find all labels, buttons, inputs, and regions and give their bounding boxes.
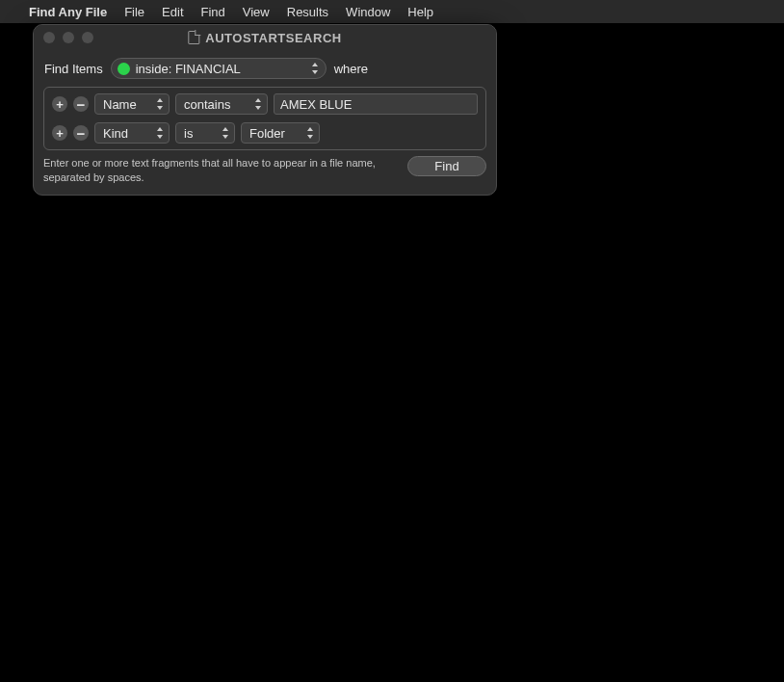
- menubar-app-name[interactable]: Find Any File: [29, 5, 107, 19]
- criteria-row: + − Kind is Folder: [52, 122, 478, 144]
- hint-text: Enter one or more text fragments that al…: [43, 156, 396, 185]
- menubar-item-file[interactable]: File: [124, 5, 144, 19]
- attribute-select-value: Kind: [103, 126, 155, 141]
- operator-select-value: contains: [184, 97, 253, 112]
- remove-criterion-button[interactable]: −: [73, 96, 89, 112]
- menubar-item-edit[interactable]: Edit: [162, 5, 183, 19]
- app-window: AUTOSTARTSEARCH Find Items inside: FINAN…: [33, 24, 497, 196]
- find-items-row: Find Items inside: FINANCIAL where: [43, 58, 486, 79]
- menubar: Find Any File File Edit Find View Result…: [0, 0, 784, 23]
- operator-select[interactable]: contains: [175, 93, 268, 115]
- where-label: where: [334, 62, 368, 76]
- remove-criterion-button[interactable]: −: [73, 125, 89, 141]
- menubar-item-window[interactable]: Window: [346, 5, 390, 19]
- operator-select-value: is: [184, 126, 221, 141]
- minimize-button[interactable]: [63, 32, 74, 43]
- window-title-text: AUTOSTARTSEARCH: [205, 31, 341, 45]
- window-content: Find Items inside: FINANCIAL where + − N…: [34, 50, 496, 195]
- scope-select[interactable]: inside: FINANCIAL: [111, 58, 327, 79]
- chevrons-icon: [305, 126, 315, 140]
- document-icon: [188, 31, 199, 44]
- footer-row: Enter one or more text fragments that al…: [43, 156, 486, 185]
- value-select-value: Folder: [249, 126, 305, 141]
- menubar-item-view[interactable]: View: [243, 5, 270, 19]
- chevrons-icon: [310, 62, 320, 75]
- menubar-item-help[interactable]: Help: [407, 5, 433, 19]
- operator-select[interactable]: is: [175, 122, 235, 144]
- attribute-select[interactable]: Kind: [94, 122, 170, 144]
- zoom-button[interactable]: [82, 32, 93, 43]
- scope-status-icon: [118, 63, 130, 75]
- chevrons-icon: [253, 97, 263, 111]
- menubar-item-find[interactable]: Find: [201, 5, 225, 19]
- value-select[interactable]: Folder: [241, 122, 320, 144]
- window-title: AUTOSTARTSEARCH: [188, 31, 341, 45]
- add-criterion-button[interactable]: +: [52, 96, 67, 112]
- chevrons-icon: [155, 97, 165, 111]
- attribute-select-value: Name: [103, 97, 155, 112]
- find-button[interactable]: Find: [407, 156, 486, 176]
- chevrons-icon: [155, 126, 165, 140]
- menubar-item-results[interactable]: Results: [287, 5, 328, 19]
- criteria-row: + − Name contains: [52, 93, 478, 115]
- chevrons-icon: [221, 126, 230, 140]
- close-button[interactable]: [43, 32, 55, 43]
- titlebar: AUTOSTARTSEARCH: [34, 25, 496, 50]
- add-criterion-button[interactable]: +: [52, 125, 67, 141]
- traffic-lights: [43, 32, 93, 43]
- scope-text: inside: FINANCIAL: [136, 62, 304, 76]
- value-input[interactable]: [274, 93, 478, 115]
- attribute-select[interactable]: Name: [94, 93, 170, 115]
- find-items-label: Find Items: [44, 62, 103, 76]
- criteria-panel: + − Name contains + − Kind: [43, 87, 486, 150]
